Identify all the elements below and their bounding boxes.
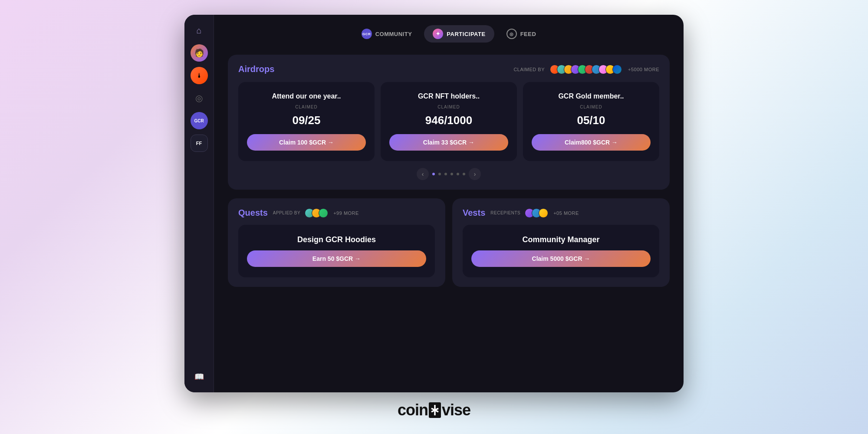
- sidebar-ff-icon[interactable]: FF: [191, 135, 208, 152]
- pagination-dot-4: [450, 173, 453, 175]
- airdrops-pagination: ‹ ›: [238, 168, 659, 180]
- claim-btn-1[interactable]: Claim 100 $GCR →: [247, 134, 366, 151]
- avatar: [612, 65, 622, 74]
- vest-card: Community Manager Claim 5000 $GCR →: [463, 225, 659, 277]
- sidebar-world-icon[interactable]: ◎: [191, 89, 208, 107]
- pagination-dot-1: [432, 173, 435, 175]
- claim-btn-3[interactable]: Claim800 $GCR →: [532, 134, 651, 151]
- vests-avatar-stack: [525, 208, 548, 218]
- app-window: ⌂ 🧑 🌡 ◎ GCR FF 📖 GCR COMMUNITY ✦ PARTICI…: [184, 15, 684, 392]
- quests-section: Quests APPLIED BY +99 MORE Design GCR Ho…: [228, 198, 445, 287]
- vests-header: Vests RECEPIENTS +05 MORE: [463, 208, 659, 218]
- pagination-dot-2: [438, 173, 441, 175]
- coinvise-text: coin vise: [398, 401, 470, 419]
- tab-feed[interactable]: ◎ FEED: [498, 25, 545, 43]
- sidebar-avatar-notification[interactable]: 🌡: [191, 67, 208, 84]
- vests-recipients: RECEPIENTS +05 MORE: [490, 208, 579, 218]
- nav-tabs: GCR COMMUNITY ✦ PARTICIPATE ◎ FEED: [228, 25, 670, 43]
- tab-participate[interactable]: ✦ PARTICIPATE: [424, 25, 494, 43]
- sidebar-avatar-user[interactable]: 🧑: [191, 44, 208, 62]
- airdrop-grid: Attend our one year.. CLAIMED 09/25 Clai…: [238, 82, 659, 161]
- airdrops-section: Airdrops CLAIMED BY: [228, 55, 670, 190]
- pagination-dot-6: [463, 173, 465, 175]
- airdrops-avatar-stack: [550, 65, 622, 74]
- pagination-next[interactable]: ›: [469, 168, 481, 180]
- avatar: [319, 208, 328, 218]
- quests-header: Quests APPLIED BY +99 MORE: [238, 208, 435, 218]
- feed-tab-icon: ◎: [506, 29, 517, 39]
- sidebar-home-icon[interactable]: ⌂: [191, 22, 208, 39]
- vests-title: Vests: [463, 208, 485, 218]
- sidebar: ⌂ 🧑 🌡 ◎ GCR FF 📖: [184, 15, 214, 392]
- participate-tab-icon: ✦: [433, 29, 443, 39]
- airdrops-claimed-by: CLAIMED BY +5000 MORE: [513, 65, 659, 74]
- vests-section: Vests RECEPIENTS +05 MORE Community Mana…: [452, 198, 670, 287]
- community-tab-icon: GCR: [362, 29, 372, 39]
- pagination-dot-5: [457, 173, 459, 175]
- airdrop-card-3: GCR Gold member.. CLAIMED 05/10 Claim800…: [523, 82, 659, 161]
- earn-btn[interactable]: Earn 50 $GCR →: [247, 250, 426, 267]
- sidebar-book-icon[interactable]: 📖: [191, 368, 208, 385]
- quest-card: Design GCR Hoodies Earn 50 $GCR →: [238, 225, 435, 277]
- claim-btn-2[interactable]: Claim 33 $GCR →: [389, 134, 508, 151]
- avatar: [539, 208, 548, 218]
- quests-applied-by: APPLIED BY +99 MORE: [273, 208, 359, 218]
- airdrop-card-2: GCR NFT holders.. CLAIMED 946/1000 Claim…: [381, 82, 517, 161]
- pagination-prev[interactable]: ‹: [417, 168, 429, 180]
- tab-community[interactable]: GCR COMMUNITY: [353, 25, 421, 43]
- coinvise-logo: coin vise: [398, 401, 470, 419]
- quests-avatar-stack: [305, 208, 328, 218]
- pagination-dot-3: [444, 173, 447, 175]
- main-content: GCR COMMUNITY ✦ PARTICIPATE ◎ FEED Airdr…: [214, 15, 684, 392]
- quests-title: Quests: [238, 208, 268, 218]
- sidebar-gcr-icon[interactable]: GCR: [191, 112, 208, 129]
- airdrop-card-1: Attend our one year.. CLAIMED 09/25 Clai…: [238, 82, 375, 161]
- airdrops-header: Airdrops CLAIMED BY: [238, 64, 659, 74]
- bottom-grid: Quests APPLIED BY +99 MORE Design GCR Ho…: [228, 198, 670, 287]
- claim-vest-btn[interactable]: Claim 5000 $GCR →: [471, 250, 651, 267]
- airdrops-title: Airdrops: [238, 64, 274, 74]
